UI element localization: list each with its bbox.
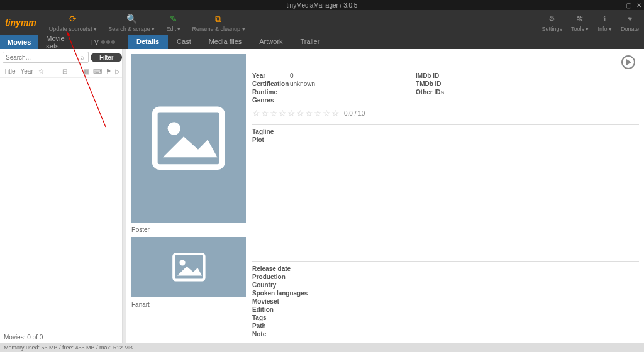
placeholder-image-icon xyxy=(148,79,228,197)
col-year[interactable]: Year xyxy=(21,68,33,75)
tab-artwork[interactable]: Artwork xyxy=(250,35,291,49)
imdb-label: IMDb ID xyxy=(416,72,453,79)
cert-label: Certification xyxy=(252,80,290,87)
year-value: 0 xyxy=(290,72,294,79)
donate-button[interactable]: ♥ Donate xyxy=(621,13,639,32)
tmdb-label: TMDb ID xyxy=(416,80,453,87)
heart-icon: ♥ xyxy=(624,13,635,25)
star-icon: ☆ xyxy=(252,108,260,118)
update-sources-button[interactable]: ⟳ Update source(s) ▾ xyxy=(49,13,97,32)
magnifier-icon: 🔍 xyxy=(126,13,137,25)
svg-point-3 xyxy=(179,260,185,265)
placeholder-image-icon xyxy=(166,249,212,285)
country-label: Country xyxy=(252,282,309,289)
tab-movies[interactable]: Movies xyxy=(0,35,38,49)
statusbar: Memory used: 56 MB / free: 455 MB / max:… xyxy=(0,343,644,352)
svg-rect-0 xyxy=(155,109,222,167)
star-icon: ☆ xyxy=(287,108,296,118)
rename-cleanup-button[interactable]: ⧉ Rename & cleanup ▾ xyxy=(192,13,245,32)
tags-label: Tags xyxy=(252,314,309,321)
tools-button[interactable]: 🛠 Tools ▾ xyxy=(571,13,589,32)
fanart-caption: Fanart xyxy=(131,301,246,308)
fanart-placeholder xyxy=(131,237,246,297)
star-icon: ☆ xyxy=(331,108,340,118)
rename-icon: ⧉ xyxy=(213,13,224,25)
movie-list xyxy=(0,78,122,331)
genres-label: Genres xyxy=(252,97,290,104)
star-icon: ☆ xyxy=(314,108,322,118)
cert-value: unknown xyxy=(290,80,315,87)
maximize-icon[interactable]: ▢ xyxy=(626,2,631,9)
star-icon: ☆ xyxy=(323,108,331,118)
close-icon[interactable]: ✕ xyxy=(636,2,641,9)
runtime-label: Runtime xyxy=(252,89,290,96)
path-label: Path xyxy=(252,322,309,329)
chat-icon[interactable]: ⌨ xyxy=(93,68,102,75)
info-column: Year0 Certificationunknown Runtime Genre… xyxy=(252,54,639,338)
spoken-label: Spoken languages xyxy=(252,290,309,297)
left-panel: ⌕ Filter Title Year ☆ ⊟ ▦ ⌨ ⚑ ▷ ✎ Movies… xyxy=(0,49,123,343)
rating-stars: ☆☆☆☆☆☆☆☆☆☆ 0.0 / 10 xyxy=(252,108,639,118)
toolbar: tinymm ⟳ Update source(s) ▾ 🔍 Search & s… xyxy=(0,10,644,35)
tab-trailer[interactable]: Trailer xyxy=(292,35,329,49)
tab-cast[interactable]: Cast xyxy=(168,35,200,49)
star-icon: ☆ xyxy=(261,108,269,118)
refresh-icon: ⟳ xyxy=(67,13,79,25)
plot-label: Plot xyxy=(252,136,290,143)
year-label: Year xyxy=(252,72,290,79)
movie-count: Movies: 0 of 0 xyxy=(0,331,122,343)
tab-details[interactable]: Details xyxy=(128,35,168,49)
tagline-label: Tagline xyxy=(252,128,290,135)
right-panel: Poster Fanart Year0 Certificat xyxy=(126,49,644,343)
search-icon: ⌕ xyxy=(80,53,84,62)
column-headers: Title Year ☆ ⊟ ▦ ⌨ ⚑ ▷ ✎ xyxy=(0,65,122,78)
movieset-label: Movieset xyxy=(252,298,309,305)
svg-rect-2 xyxy=(174,254,204,280)
search-input[interactable] xyxy=(3,52,89,63)
tab-moviesets[interactable]: Movie sets xyxy=(38,35,82,49)
tab-media-files[interactable]: Media files xyxy=(200,35,251,49)
production-label: Production xyxy=(252,273,309,280)
note-label: Note xyxy=(252,331,309,338)
gear-icon: ⚙ xyxy=(547,13,558,25)
star-icon: ☆ xyxy=(279,108,287,118)
memory-status: Memory used: 56 MB / free: 455 MB / max:… xyxy=(4,344,133,351)
info-icon: ℹ xyxy=(599,13,611,25)
minimize-icon[interactable]: — xyxy=(614,2,621,9)
poster-placeholder xyxy=(131,54,246,223)
star-icon[interactable]: ☆ xyxy=(38,68,58,75)
settings-button[interactable]: ⚙ Settings xyxy=(541,13,562,32)
poster-caption: Poster xyxy=(131,226,246,233)
tabs-row: Movies Movie sets TV Details Cast Media … xyxy=(0,35,644,49)
star-icon: ☆ xyxy=(305,108,313,118)
play-button[interactable] xyxy=(621,55,635,69)
titlebar: tinyMediaManager / 3.0.5 — ▢ ✕ xyxy=(0,0,644,10)
rating-value: 0.0 / 10 xyxy=(344,110,365,117)
star-icon: ☆ xyxy=(270,108,278,118)
other-ids-label: Other IDs xyxy=(416,89,453,96)
image-icon[interactable]: ▦ xyxy=(84,68,89,75)
wrench-icon: 🛠 xyxy=(574,13,586,25)
info-button[interactable]: ℹ Info ▾ xyxy=(597,13,612,32)
tv-dots-icon xyxy=(101,40,115,44)
edition-label: Edition xyxy=(252,306,309,313)
svg-point-1 xyxy=(168,123,180,135)
pencil-icon: ✎ xyxy=(168,13,179,25)
search-scrape-button[interactable]: 🔍 Search & scrape ▾ xyxy=(108,13,155,32)
play-icon[interactable]: ▷ xyxy=(115,68,120,75)
col-title[interactable]: Title xyxy=(4,68,16,75)
logo: tinymm xyxy=(5,18,36,28)
star-icon: ☆ xyxy=(296,108,304,118)
window-title: tinyMediaManager / 3.0.5 xyxy=(287,2,358,9)
tab-tv[interactable]: TV xyxy=(82,35,123,49)
edit-button[interactable]: ✎ Edit ▾ xyxy=(166,13,180,32)
release-label: Release date xyxy=(252,265,309,272)
flag-icon[interactable]: ⚑ xyxy=(106,68,111,75)
filter-button[interactable]: Filter xyxy=(91,53,122,62)
disc-icon[interactable]: ⊟ xyxy=(62,68,80,75)
